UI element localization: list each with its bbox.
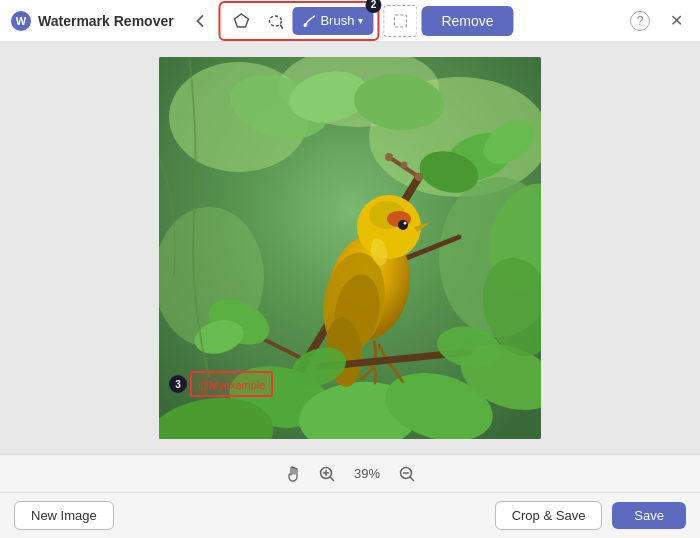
crop-save-button[interactable]: Crop & Save — [495, 501, 603, 530]
svg-point-32 — [404, 222, 407, 225]
svg-point-5 — [303, 23, 307, 27]
svg-rect-6 — [394, 15, 406, 27]
watermark-text: @Myexample — [198, 379, 265, 391]
zoom-level: 39% — [349, 466, 385, 481]
svg-line-52 — [330, 477, 334, 481]
svg-text:W: W — [16, 15, 27, 27]
title-bar: W Watermark Remover 2 — [0, 0, 700, 42]
svg-point-43 — [415, 173, 423, 181]
remove-button[interactable]: Remove — [421, 6, 513, 36]
title-left: W Watermark Remover — [10, 10, 174, 32]
zoom-in-button[interactable] — [315, 462, 339, 486]
badge-3: 3 — [169, 375, 187, 393]
close-button[interactable]: ✕ — [662, 7, 690, 35]
svg-point-42 — [401, 162, 408, 169]
badge-2: 2 — [365, 0, 381, 13]
image-container: 3 @Myexample — [159, 57, 541, 439]
app-logo: W — [10, 10, 32, 32]
close-icon: ✕ — [670, 11, 683, 30]
title-right: ? ✕ — [626, 7, 690, 35]
app-title: Watermark Remover — [38, 13, 174, 29]
brush-chevron: ▾ — [358, 15, 363, 26]
main-canvas-area: 3 @Myexample — [0, 42, 700, 454]
svg-point-31 — [398, 220, 408, 230]
tool-group: 2 — [218, 1, 379, 41]
polygon-tool-button[interactable] — [224, 5, 258, 37]
new-image-button[interactable]: New Image — [14, 501, 114, 530]
title-center: 2 — [186, 1, 513, 41]
zoom-out-button[interactable] — [395, 462, 419, 486]
watermark-label: 3 @Myexample — [169, 371, 273, 397]
brush-label: Brush — [320, 13, 354, 28]
back-button[interactable] — [186, 7, 214, 35]
svg-line-4 — [280, 25, 282, 28]
watermark-box: @Myexample — [190, 371, 273, 397]
svg-marker-2 — [234, 14, 248, 27]
zoom-bar: 39% — [0, 454, 700, 492]
footer-right: Crop & Save Save — [495, 501, 686, 530]
svg-line-55 — [410, 477, 414, 481]
footer-bar: New Image Crop & Save Save — [0, 492, 700, 538]
hand-tool-button[interactable] — [281, 462, 305, 486]
lasso-tool-button[interactable] — [258, 5, 292, 37]
bird-image: 3 @Myexample — [159, 57, 541, 439]
help-button[interactable]: ? — [626, 7, 654, 35]
svg-point-3 — [269, 16, 281, 26]
erase-button[interactable] — [383, 5, 417, 37]
help-icon: ? — [630, 11, 650, 31]
save-button[interactable]: Save — [612, 502, 686, 529]
svg-point-41 — [385, 153, 393, 161]
brush-button[interactable]: Brush ▾ — [292, 7, 373, 35]
